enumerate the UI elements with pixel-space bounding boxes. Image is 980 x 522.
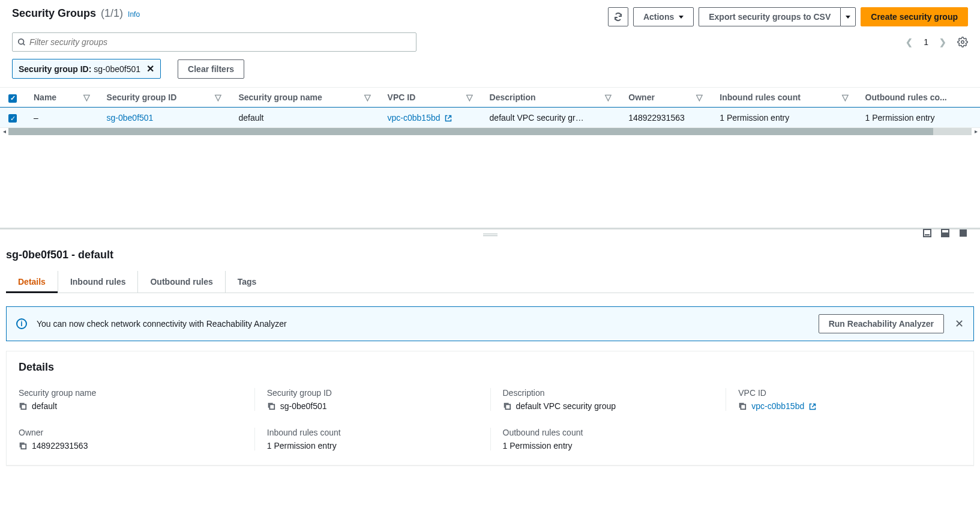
cell-name: –	[25, 108, 98, 128]
create-security-group-button[interactable]: Create security group	[861, 7, 968, 26]
info-link[interactable]: Info	[128, 10, 140, 19]
scrollbar-thumb[interactable]	[8, 128, 933, 135]
clear-filters-label: Clear filters	[188, 64, 234, 74]
header-actions: Actions Export security groups to CSV Cr…	[608, 7, 968, 26]
col-inbound-count[interactable]: Inbound rules count▽	[711, 88, 856, 108]
external-link-icon	[809, 403, 816, 410]
field-label: VPC ID	[738, 388, 961, 398]
filter-chip-label: Security group ID:	[19, 64, 91, 74]
refresh-icon	[613, 12, 623, 22]
svg-rect-9	[505, 404, 510, 409]
col-label: Owner	[628, 93, 655, 102]
row-checkbox-cell[interactable]: ✓	[0, 108, 25, 128]
filter-input[interactable]	[29, 37, 411, 47]
col-owner[interactable]: Owner▽	[620, 88, 711, 108]
field-value: sg-0be0f501	[280, 401, 327, 411]
settings-button[interactable]	[957, 37, 968, 47]
pagination: ❮ 1 ❯	[906, 37, 968, 47]
resize-handle[interactable]	[0, 229, 980, 240]
panel-split-icon[interactable]	[940, 228, 950, 238]
sg-id-link[interactable]: sg-0be0f501	[107, 113, 154, 123]
export-csv-dropdown[interactable]	[840, 7, 856, 26]
svg-rect-5	[943, 233, 948, 235]
copy-icon[interactable]	[19, 402, 27, 410]
select-all-header[interactable]: ✓	[0, 88, 25, 108]
title-group: Security Groups (1/1) Info	[12, 7, 140, 20]
col-label: Outbound rules co...	[865, 93, 947, 102]
cell-outbound: 1 Permission entry	[857, 108, 980, 128]
copy-icon[interactable]	[267, 402, 275, 410]
external-link-icon	[445, 115, 452, 122]
run-reachability-label: Run Reachability Analyzer	[829, 319, 934, 329]
field-value: 148922931563	[32, 441, 88, 451]
vpc-link[interactable]: vpc-c0bb15bd	[751, 401, 816, 411]
field-value: default VPC security group	[516, 401, 616, 411]
close-icon[interactable]: ✕	[146, 63, 154, 74]
table-row[interactable]: ✓ – sg-0be0f501 default vpc-c0bb15bd def…	[0, 108, 980, 128]
sort-icon: ▽	[696, 93, 703, 102]
copy-icon[interactable]	[19, 442, 27, 450]
vpc-id-text: vpc-c0bb15bd	[388, 113, 440, 123]
col-vpc-id[interactable]: VPC ID▽	[379, 88, 481, 108]
vpc-id-link[interactable]: vpc-c0bb15bd	[388, 113, 452, 123]
horizontal-scrollbar[interactable]	[8, 128, 972, 135]
refresh-button[interactable]	[608, 7, 628, 26]
svg-rect-6	[960, 229, 967, 237]
col-sg-id[interactable]: Security group ID▽	[98, 88, 230, 108]
filter-chip-value: sg-0be0f501	[94, 64, 140, 74]
alert-actions: Run Reachability Analyzer ✕	[819, 314, 964, 333]
close-icon[interactable]: ✕	[955, 317, 964, 330]
copy-icon[interactable]	[503, 402, 511, 410]
search-icon	[17, 38, 26, 46]
field-sg-id: Security group ID sg-0be0f501	[254, 388, 490, 411]
detail-grid: Security group name default Security gro…	[19, 388, 961, 451]
col-label: Name	[34, 93, 56, 102]
export-csv-label: Export security groups to CSV	[709, 12, 831, 22]
col-label: VPC ID	[388, 93, 416, 102]
copy-icon[interactable]	[738, 402, 747, 410]
scroll-right-button[interactable]: ▸	[972, 128, 980, 135]
scroll-left-button[interactable]: ◂	[0, 128, 8, 135]
svg-rect-10	[741, 404, 746, 409]
clear-filters-button[interactable]: Clear filters	[178, 59, 244, 79]
col-outbound-count[interactable]: Outbound rules co...	[857, 88, 980, 108]
next-page-button[interactable]: ❯	[939, 37, 946, 47]
cell-owner: 148922931563	[620, 108, 711, 128]
tab-inbound-rules[interactable]: Inbound rules	[58, 271, 138, 293]
field-value: 1 Permission entry	[267, 441, 337, 451]
filter-chip-sg-id[interactable]: Security group ID: sg-0be0f501 ✕	[12, 59, 161, 79]
export-split-button: Export security groups to CSV	[699, 7, 856, 26]
field-description: Description default VPC security group	[490, 388, 726, 411]
security-groups-table: ✓ Name▽ Security group ID▽ Security grou…	[0, 87, 980, 128]
tab-details[interactable]: Details	[6, 271, 58, 293]
search-pagination-row: ❮ 1 ❯	[12, 32, 968, 52]
create-sg-label: Create security group	[871, 12, 958, 22]
tab-tags[interactable]: Tags	[225, 271, 269, 293]
caret-down-icon	[846, 16, 850, 19]
field-vpc-id: VPC ID vpc-c0bb15bd	[726, 388, 961, 411]
panel-max-icon[interactable]	[958, 228, 968, 238]
export-csv-button[interactable]: Export security groups to CSV	[699, 7, 840, 26]
col-name[interactable]: Name▽	[25, 88, 98, 108]
col-label: Security group name	[238, 93, 322, 102]
drag-handle-icon	[483, 234, 498, 236]
svg-rect-11	[21, 444, 26, 449]
col-description[interactable]: Description▽	[481, 88, 621, 108]
col-sg-name[interactable]: Security group name▽	[230, 88, 379, 108]
panel-min-icon[interactable]	[922, 228, 932, 238]
actions-label: Actions	[643, 12, 674, 22]
actions-dropdown-button[interactable]: Actions	[633, 7, 694, 26]
run-reachability-button[interactable]: Run Reachability Analyzer	[819, 314, 944, 333]
field-label: Security group name	[19, 388, 254, 398]
field-label: Outbound rules count	[503, 428, 726, 437]
col-label: Description	[490, 93, 536, 102]
prev-page-button[interactable]: ❮	[906, 37, 913, 47]
field-value: vpc-c0bb15bd	[751, 401, 804, 411]
cell-description: default VPC security gr…	[481, 108, 621, 128]
cell-inbound: 1 Permission entry	[711, 108, 856, 128]
tab-outbound-rules[interactable]: Outbound rules	[137, 271, 224, 293]
svg-rect-7	[21, 404, 26, 409]
search-input-container[interactable]	[12, 32, 416, 52]
sort-icon: ▽	[215, 93, 221, 102]
cell-vpc-id: vpc-c0bb15bd	[379, 108, 481, 128]
